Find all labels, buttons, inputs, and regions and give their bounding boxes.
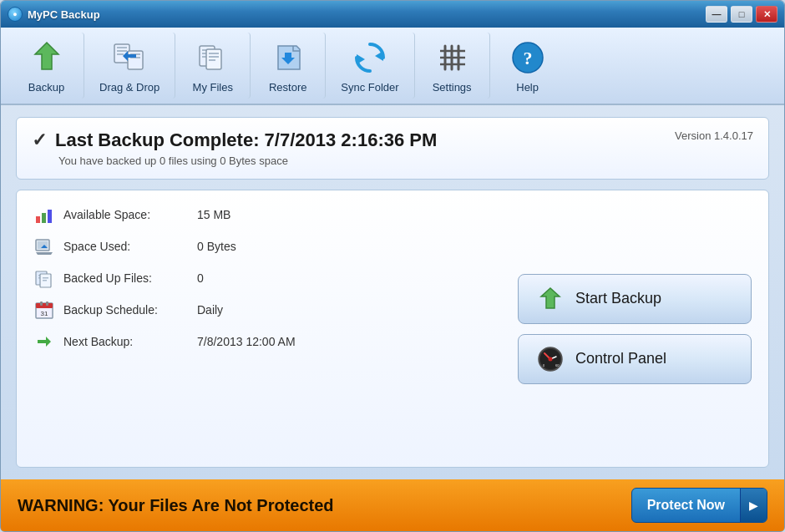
- info-row-available-space: Available Space: 15 MB: [33, 204, 493, 225]
- syncfolder-label: Sync Folder: [341, 81, 398, 94]
- status-checkmark: ✓: [32, 129, 47, 151]
- help-icon: ?: [508, 38, 548, 78]
- version-text: Version 1.4.0.17: [675, 129, 753, 142]
- title-bar-left: ● MyPC Backup: [8, 7, 100, 22]
- status-bar: ✓ Last Backup Complete: 7/7/2013 2:16:36…: [16, 117, 769, 180]
- window-controls: — □ ✕: [706, 6, 777, 23]
- myfiles-icon: [193, 38, 233, 78]
- restore-label: Restore: [269, 81, 307, 94]
- protect-now-label: Protect Now: [632, 498, 740, 513]
- svg-rect-14: [209, 53, 219, 54]
- info-panel: Available Space: 15 MB Space Used:: [16, 190, 769, 468]
- restore-icon: [268, 38, 308, 78]
- schedule-label: Backup Schedule:: [63, 303, 189, 317]
- svg-marker-46: [38, 337, 51, 347]
- info-row-backed-files: Backed Up Files: 0: [33, 267, 493, 289]
- svg-marker-19: [357, 54, 365, 64]
- svg-marker-0: [35, 43, 58, 69]
- info-row-space-used: Space Used: 0 Bytes: [33, 236, 493, 257]
- next-arrow-icon: [33, 331, 55, 352]
- space-used-value: 0 Bytes: [197, 240, 236, 253]
- status-subtitle: You have backed up 0 files using 0 Bytes…: [58, 155, 753, 167]
- maximize-button[interactable]: □: [731, 6, 752, 23]
- svg-text:?: ?: [523, 48, 532, 68]
- toolbar: Backup Drag & Drop: [1, 28, 784, 105]
- toolbar-item-settings[interactable]: Settings: [415, 33, 490, 99]
- backup-icon: [27, 38, 67, 78]
- calendar-icon: 31: [33, 299, 55, 321]
- svg-rect-29: [42, 213, 46, 223]
- app-icon: ●: [8, 7, 23, 22]
- settings-icon: [432, 38, 472, 78]
- svg-point-50: [549, 357, 553, 361]
- chart-icon: [33, 204, 55, 225]
- svg-rect-40: [43, 280, 47, 281]
- main-content: ✓ Last Backup Complete: 7/7/2013 2:16:36…: [1, 105, 784, 479]
- next-backup-label: Next Backup:: [63, 335, 189, 348]
- control-panel-button[interactable]: 0 60 Control Panel: [518, 334, 752, 384]
- toolbar-item-dragdrop[interactable]: Drag & Drop: [84, 33, 175, 99]
- svg-text:31: 31: [41, 310, 48, 317]
- warning-bar: WARNING: Your Files Are Not Protected Pr…: [1, 479, 784, 531]
- close-button[interactable]: ✕: [756, 6, 777, 23]
- info-right: Start Backup 0 60: [518, 204, 752, 453]
- upload-icon: [535, 284, 565, 314]
- main-window: ● MyPC Backup — □ ✕ Backup: [0, 0, 785, 532]
- status-title-text: Last Backup Complete: 7/7/2013 2:16:36 P…: [55, 129, 437, 151]
- status-title: ✓ Last Backup Complete: 7/7/2013 2:16:36…: [32, 129, 753, 151]
- warning-text: WARNING: Your Files Are Not Protected: [18, 496, 615, 515]
- svg-marker-47: [541, 288, 560, 308]
- title-bar: ● MyPC Backup — □ ✕: [1, 1, 784, 28]
- svg-rect-44: [46, 301, 48, 306]
- toolbar-item-backup[interactable]: Backup: [9, 33, 84, 99]
- start-backup-button[interactable]: Start Backup: [518, 274, 752, 324]
- toolbar-item-restore[interactable]: Restore: [251, 33, 326, 99]
- backup-label: Backup: [28, 81, 64, 94]
- info-left: Available Space: 15 MB Space Used:: [33, 204, 493, 453]
- space-icon: [33, 236, 55, 257]
- start-backup-label: Start Backup: [575, 290, 661, 307]
- files-icon: [33, 267, 55, 289]
- svg-rect-28: [36, 216, 40, 223]
- svg-rect-43: [40, 301, 43, 306]
- gauge-icon: 0 60: [535, 344, 565, 374]
- toolbar-item-syncfolder[interactable]: Sync Folder: [326, 33, 414, 99]
- available-space-label: Available Space:: [63, 208, 189, 221]
- svg-marker-18: [375, 51, 383, 61]
- info-row-next-backup: Next Backup: 7/8/2013 12:00 AM: [33, 331, 493, 352]
- settings-label: Settings: [433, 81, 472, 94]
- info-row-schedule: 31 Backup Schedule: Daily: [33, 299, 493, 321]
- available-space-value: 15 MB: [197, 208, 230, 221]
- svg-rect-2: [117, 47, 127, 48]
- svg-rect-4: [117, 53, 124, 55]
- svg-rect-39: [43, 277, 48, 279]
- toolbar-item-help[interactable]: ? Help: [490, 33, 565, 99]
- minimize-button[interactable]: —: [706, 6, 727, 23]
- help-label: Help: [516, 81, 539, 94]
- control-panel-label: Control Panel: [575, 350, 666, 367]
- space-used-label: Space Used:: [63, 240, 189, 253]
- myfiles-label: My Files: [193, 81, 233, 94]
- syncfolder-icon: [350, 38, 390, 78]
- schedule-value: Daily: [197, 303, 223, 317]
- protect-now-button[interactable]: Protect Now ▶: [631, 488, 767, 523]
- protect-arrow-icon: ▶: [740, 489, 767, 522]
- svg-marker-33: [36, 252, 53, 255]
- svg-rect-3: [117, 50, 127, 52]
- svg-rect-16: [209, 59, 215, 61]
- dragdrop-label: Drag & Drop: [99, 81, 160, 94]
- svg-rect-30: [48, 210, 52, 223]
- toolbar-item-myfiles[interactable]: My Files: [175, 33, 251, 99]
- svg-rect-42: [36, 303, 53, 308]
- next-backup-value: 7/8/2013 12:00 AM: [197, 335, 296, 348]
- svg-text:60: 60: [555, 363, 560, 367]
- window-title: MyPC Backup: [28, 8, 100, 21]
- backed-files-value: 0: [197, 271, 204, 285]
- backed-files-label: Backed Up Files:: [63, 271, 189, 285]
- dragdrop-icon: [109, 38, 149, 78]
- svg-rect-15: [209, 56, 219, 58]
